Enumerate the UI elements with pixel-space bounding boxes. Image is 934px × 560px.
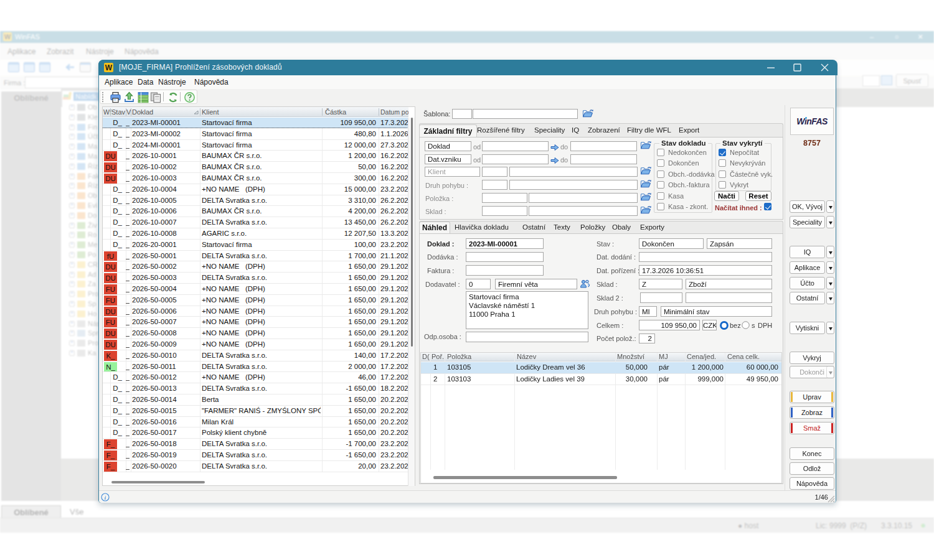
svg-text:i: i bbox=[105, 495, 106, 501]
svg-text:W: W bbox=[105, 63, 113, 72]
